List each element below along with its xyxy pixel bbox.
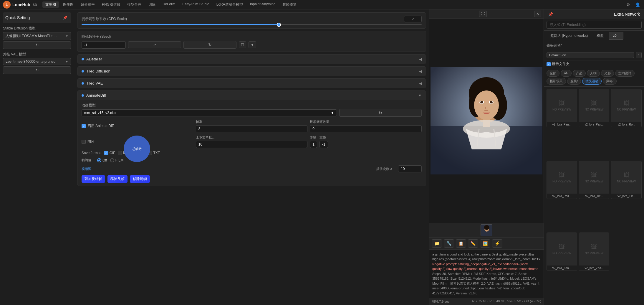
nav-item-png-info[interactable]: PNG图信息 bbox=[99, 1, 123, 8]
animatediff-enable-checkbox-box[interactable]: ✓ bbox=[82, 124, 86, 128]
animatediff-title: AnimateDiff bbox=[86, 93, 106, 98]
image-close-button[interactable]: ✕ bbox=[534, 11, 541, 17]
animatediff-batch-input[interactable]: 16 bbox=[196, 141, 308, 148]
quick-setting-title: Quick Setting bbox=[5, 15, 30, 20]
tab-hypernetworks[interactable]: 超网络 (Hypernetworks) bbox=[547, 32, 592, 40]
tag-light[interactable]: 光影 bbox=[601, 70, 614, 77]
tab-models[interactable]: 模型 bbox=[593, 32, 607, 40]
extra-card-0[interactable]: 🖼 NO PREVIEW v2_lora_Pan... bbox=[547, 89, 577, 127]
cfg-scale-value[interactable]: 7 bbox=[404, 16, 422, 22]
source-label[interactable]: 视频源 bbox=[82, 167, 91, 171]
format-txt-checkbox[interactable]: TXT bbox=[148, 151, 160, 155]
nav-item-upscale[interactable]: 超分辨率 bbox=[78, 1, 98, 8]
add-reverse-button[interactable]: 强加反转帧 bbox=[82, 175, 105, 183]
extra-embedding-search[interactable] bbox=[547, 21, 642, 29]
remove-head-button[interactable]: 移除头帧 bbox=[107, 175, 128, 183]
animatediff-loops-group: 显示循环数量 0 bbox=[310, 120, 422, 132]
seed-refresh-button[interactable]: ↻ bbox=[183, 41, 236, 49]
extra-sort-select[interactable]: Default Sort bbox=[547, 52, 634, 58]
tag-person[interactable]: 人物 bbox=[587, 70, 600, 77]
action-edit-button[interactable]: ✏️ bbox=[468, 239, 478, 248]
nav-item-txt2img[interactable]: 文生图 bbox=[42, 1, 59, 8]
nav-item-repair[interactable]: 超级修复 bbox=[279, 1, 299, 8]
action-save-button[interactable]: 📁 bbox=[432, 239, 442, 248]
nav-item-lora[interactable]: LoRA超融合模型 bbox=[213, 1, 246, 8]
seed-copy-button[interactable]: ↗ bbox=[128, 41, 181, 48]
nav-item-img2img[interactable]: 图生图 bbox=[60, 1, 77, 8]
tag-photo-scene[interactable]: 摄影场景 bbox=[547, 78, 566, 85]
action-extra-button[interactable]: ⚡ bbox=[492, 239, 502, 248]
thumbnail-item[interactable] bbox=[481, 224, 492, 236]
animatediff-step-input[interactable]: 1 bbox=[310, 141, 317, 148]
tag-all[interactable]: 全部 bbox=[547, 70, 559, 77]
animatediff-fps-input[interactable]: 8 bbox=[196, 125, 308, 132]
animatediff-loop-checkbox-box[interactable] bbox=[82, 140, 86, 144]
nav-item-merge[interactable]: 模型合并 bbox=[124, 1, 144, 8]
seed-input[interactable]: -1 bbox=[82, 41, 126, 49]
extra-card-6[interactable]: 🖼 NO PREVIEW v2_lora_Zoo... bbox=[547, 233, 577, 271]
user-button[interactable]: 👤 bbox=[634, 1, 641, 8]
tiled-vae-header-left: Tiled VAE bbox=[82, 81, 103, 85]
tiled-vae-header[interactable]: Tiled VAE ◀ bbox=[77, 79, 426, 88]
tiled-diffusion-header[interactable]: Tiled Diffusion ◀ bbox=[77, 67, 426, 76]
radio-off[interactable]: Off bbox=[97, 158, 107, 162]
sd-model-selector[interactable]: 人像摄影LEOSAM's MoonFilm ... ▼ bbox=[3, 32, 71, 40]
no-preview-icon-6: 🖼 bbox=[559, 244, 565, 250]
settings-button[interactable]: ⚙ bbox=[625, 1, 632, 8]
show-folder-checkbox-box[interactable]: ✓ bbox=[547, 62, 551, 66]
seed-toggle-button[interactable]: ☐ bbox=[239, 41, 246, 48]
extra-card-5[interactable]: 🖼 NO PREVIEW v2_lora_Tilt... bbox=[611, 161, 642, 199]
extra-card-3[interactable]: 🖼 NO PREVIEW v2_lora_Roll... bbox=[547, 161, 577, 199]
seed-dropdown-button[interactable]: ▼ bbox=[249, 41, 256, 48]
cfg-slider-thumb[interactable] bbox=[277, 23, 281, 27]
animatediff-weight-input[interactable]: -1 bbox=[319, 141, 328, 148]
cfg-scale-slider[interactable] bbox=[82, 24, 422, 25]
tag-interior[interactable]: 室内设计 bbox=[615, 70, 635, 77]
format-mp4-box[interactable] bbox=[118, 151, 122, 155]
format-gif-box[interactable]: ✓ bbox=[104, 151, 108, 155]
nav-item-train[interactable]: 训练 bbox=[145, 1, 158, 8]
animatediff-loop-checkbox[interactable]: 闭环 bbox=[82, 135, 193, 148]
nav-item-easyanim[interactable]: EasyAnim Studio bbox=[179, 1, 212, 8]
tag-xu[interactable]: XU bbox=[561, 70, 572, 77]
action-view-button[interactable]: 🖼️ bbox=[480, 239, 490, 248]
extra-card-7[interactable]: 🖼 NO PREVIEW v2_lora_Zoo... bbox=[579, 233, 610, 271]
extra-card-4[interactable]: 🖼 NO PREVIEW v2_lora_Tilt... bbox=[579, 161, 610, 199]
remove-tail-button[interactable]: 移除尾帧 bbox=[130, 175, 150, 183]
seed-label: 随机数种子 (Seed) bbox=[82, 34, 422, 39]
format-gif-checkbox[interactable]: ✓ GIF bbox=[104, 151, 115, 155]
vae-refresh-button[interactable]: ↻ bbox=[3, 66, 71, 74]
radio-film[interactable]: FILM bbox=[110, 158, 123, 162]
animatediff-loops-input[interactable]: 0 bbox=[310, 125, 422, 132]
format-png-box[interactable]: ✓ bbox=[133, 151, 137, 155]
no-preview-bg-5: 🖼 NO PREVIEW bbox=[611, 161, 641, 194]
adetailer-header[interactable]: ADetailer ◀ bbox=[77, 55, 426, 64]
sd-model-refresh-button[interactable]: ↻ bbox=[3, 41, 71, 49]
interpolation-input[interactable]: 10 bbox=[398, 165, 422, 172]
extra-card-2[interactable]: 🖼 NO PREVIEW v2_lora_Ro... bbox=[611, 89, 642, 127]
extra-card-1[interactable]: 🖼 NO PREVIEW v2_lora_Pan... bbox=[579, 89, 610, 127]
format-mp4-checkbox[interactable]: MP4 bbox=[118, 151, 130, 155]
image-expand-button[interactable]: ⛶ bbox=[479, 11, 487, 17]
tab-lora[interactable]: Lo... bbox=[609, 32, 623, 40]
action-settings-button[interactable]: 🔧 bbox=[444, 239, 454, 248]
nav-item-deform[interactable]: DeForm bbox=[160, 1, 178, 8]
sidebar-pin-icon[interactable]: 📌 bbox=[62, 14, 69, 21]
tag-clothing[interactable]: 服装/ bbox=[567, 78, 581, 85]
format-png-checkbox[interactable]: ✓ PNG bbox=[133, 151, 145, 155]
animatediff-refresh-button[interactable]: ↻ bbox=[339, 109, 422, 117]
tag-camera-motion[interactable]: 镜头运动 bbox=[582, 78, 602, 85]
format-txt-box[interactable] bbox=[148, 151, 152, 155]
no-preview-bg-1: 🖼 NO PREVIEW bbox=[579, 89, 609, 122]
tag-product[interactable]: 产品 bbox=[573, 70, 586, 77]
thumbnail-strip bbox=[429, 223, 544, 237]
nav-item-inpaint[interactable]: Inpaint-Anything bbox=[247, 1, 279, 8]
animatediff-enable-checkbox[interactable]: ✓ 启用 AnimateDiff bbox=[82, 120, 193, 132]
tag-style[interactable]: 风格/ bbox=[603, 78, 617, 85]
animatediff-header[interactable]: AnimateDiff ▼ bbox=[77, 91, 426, 100]
vae-selector[interactable]: vae-ft-mse-840000-ema-pruned ▼ bbox=[3, 58, 71, 65]
animatediff-model-select[interactable]: mm_sd_v15_v2.ckpt ▼ bbox=[82, 109, 337, 116]
generated-image-svg bbox=[431, 67, 542, 174]
action-copy-button[interactable]: 📋 bbox=[456, 239, 466, 248]
extra-sort-order-button[interactable]: ↕ bbox=[636, 52, 642, 58]
